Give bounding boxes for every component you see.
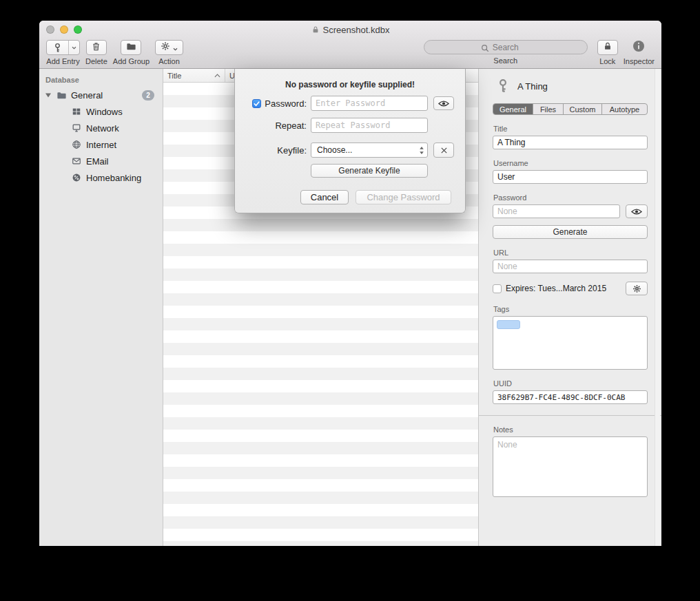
sidebar-item-internet[interactable]: Internet xyxy=(39,136,163,153)
sidebar-item-label: EMail xyxy=(86,156,109,167)
inspector-scrollbar[interactable] xyxy=(655,69,660,546)
sidebar-section-header: Database xyxy=(39,73,163,87)
lock-label: Lock xyxy=(599,57,615,65)
search-input[interactable] xyxy=(424,40,588,54)
inspector-button[interactable] xyxy=(628,40,649,55)
expires-checkbox[interactable] xyxy=(493,284,502,293)
clear-keyfile-button[interactable] xyxy=(433,143,454,158)
action-button[interactable] xyxy=(155,40,183,55)
add-group-button[interactable] xyxy=(121,40,141,55)
tab-files[interactable]: Files xyxy=(533,104,564,114)
keyfile-select[interactable]: Choose... xyxy=(311,143,428,158)
lock-tool: Lock xyxy=(597,40,618,65)
reveal-password-button[interactable] xyxy=(433,96,454,110)
keyfile-label: Keyfile: xyxy=(277,145,307,156)
sidebar-item-homebanking[interactable]: Homebanking xyxy=(39,169,163,186)
reveal-password-button[interactable] xyxy=(626,204,648,218)
inspector-label: Inspector xyxy=(624,57,655,65)
window-title-wrap: Screenshot.kdbx xyxy=(39,21,661,39)
expires-settings-button[interactable] xyxy=(626,282,648,295)
add-entry-label: Add Entry xyxy=(46,57,79,65)
password-field[interactable] xyxy=(493,204,620,218)
stepper-arrows-icon xyxy=(419,146,424,155)
network-icon xyxy=(71,123,82,133)
dialog-message: No password or keyfile supplied! xyxy=(235,80,465,89)
sidebar-item-network[interactable]: Network xyxy=(39,120,163,136)
window-title: Screenshot.kdbx xyxy=(323,25,390,35)
notes-label: Notes xyxy=(493,425,648,434)
add-entry-dropdown[interactable] xyxy=(68,41,79,54)
gear-icon xyxy=(632,284,641,293)
action-tool: Action xyxy=(155,40,183,65)
title-field-label: Title xyxy=(493,125,648,133)
enter-password-field[interactable] xyxy=(311,96,428,111)
trash-icon xyxy=(91,41,101,54)
uuid-field[interactable] xyxy=(493,390,648,404)
url-field-label: URL xyxy=(493,249,648,257)
delete-tool: Delete xyxy=(85,40,107,65)
tags-label: Tags xyxy=(493,305,648,313)
sidebar-item-windows[interactable]: Windows xyxy=(39,103,163,120)
add-group-tool: Add Group xyxy=(113,40,150,65)
action-label: Action xyxy=(158,57,180,65)
add-group-label: Add Group xyxy=(113,57,150,65)
info-circle-icon xyxy=(632,40,645,55)
change-password-dialog: No password or keyfile supplied! Passwor… xyxy=(234,69,466,213)
toolbar: Add Entry Delete Add Group xyxy=(39,39,661,69)
add-entry-button[interactable] xyxy=(46,40,80,55)
tags-box[interactable] xyxy=(493,316,648,370)
windows-icon xyxy=(71,107,82,116)
inspector-divider xyxy=(479,415,661,416)
eye-icon xyxy=(631,208,642,215)
search-label: Search xyxy=(493,56,517,65)
chevron-down-icon xyxy=(173,41,178,54)
column-title-label: Title xyxy=(167,72,181,80)
url-field[interactable] xyxy=(493,260,648,273)
expires-label: Expires: Tues...March 2015 xyxy=(506,284,621,293)
sidebar-item-label: General xyxy=(71,90,103,101)
title-field[interactable] xyxy=(493,136,648,149)
search-tool: Search xyxy=(424,40,588,65)
disclosure-triangle-icon[interactable] xyxy=(45,92,52,98)
keyfile-selected-value: Choose... xyxy=(317,145,419,155)
tab-autotype[interactable]: Autotype xyxy=(602,104,647,114)
notes-field[interactable] xyxy=(493,436,648,497)
keyfile-row: Keyfile: Choose... xyxy=(247,142,465,158)
lock-button[interactable] xyxy=(597,40,618,55)
username-field-label: Username xyxy=(493,159,648,167)
inspector-tabs: General Files Custom Autotype xyxy=(493,103,648,115)
uuid-label: UUID xyxy=(493,379,648,388)
padlock-icon xyxy=(603,41,612,54)
add-entry-tool: Add Entry xyxy=(46,40,80,65)
tab-custom[interactable]: Custom xyxy=(564,104,602,114)
gear-icon xyxy=(161,41,170,54)
email-icon xyxy=(71,156,82,166)
repeat-password-field[interactable] xyxy=(311,118,428,133)
document-lock-icon xyxy=(311,25,320,34)
eye-icon xyxy=(438,100,449,107)
delete-label: Delete xyxy=(85,57,107,65)
generate-password-button[interactable]: Generate xyxy=(493,225,648,239)
dialog-actions: Cancel Change Password xyxy=(235,190,451,204)
cancel-button[interactable]: Cancel xyxy=(300,190,349,204)
titlebar[interactable]: Screenshot.kdbx xyxy=(39,21,661,39)
sort-ascending-icon xyxy=(214,74,220,78)
entry-header: A Thing xyxy=(495,76,648,96)
folder-icon xyxy=(126,41,136,54)
repeat-row: Repeat: xyxy=(247,117,465,134)
chevron-down-icon xyxy=(72,46,76,50)
sidebar-item-general[interactable]: General 2 xyxy=(39,87,163,103)
password-row: Password: xyxy=(247,95,465,112)
change-password-button[interactable]: Change Password xyxy=(356,190,451,204)
password-checkbox[interactable] xyxy=(252,99,261,108)
tag-chip[interactable] xyxy=(497,320,520,329)
generate-keyfile-button[interactable]: Generate Keyfile xyxy=(311,164,428,178)
delete-button[interactable] xyxy=(86,40,107,55)
key-icon xyxy=(47,41,68,54)
column-header-title[interactable]: Title xyxy=(163,69,225,82)
window-chrome: Screenshot.kdbx Add Entry xyxy=(39,21,661,69)
username-field[interactable] xyxy=(493,170,648,184)
tab-general[interactable]: General xyxy=(493,104,533,114)
sidebar-item-label: Homebanking xyxy=(86,173,141,183)
sidebar-item-email[interactable]: EMail xyxy=(39,153,163,169)
